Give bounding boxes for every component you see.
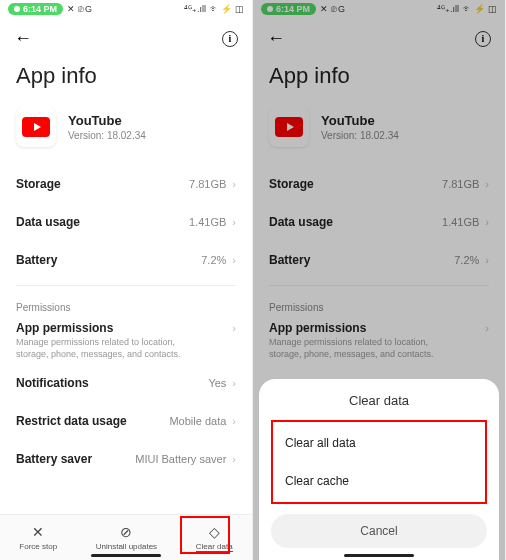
row-app-permissions[interactable]: App permissions › [0,317,252,337]
clear-data-button[interactable]: ◇Clear data [196,524,233,552]
storage-label: Storage [16,177,61,191]
chevron-right-icon: › [485,322,489,334]
page-title: App info [0,55,252,107]
row-restrict-data[interactable]: Restrict data usage Mobile data › [0,402,252,440]
signal-icon: ⁴ᴳ₊.ıll [437,4,459,14]
youtube-icon [269,107,309,147]
app-name: YouTube [68,113,146,128]
app-permissions-label: App permissions [269,321,366,335]
app-name: YouTube [321,113,399,128]
row-battery[interactable]: Battery 7.2% › [253,241,505,279]
app-permissions-desc: Manage permissions related to location, … [253,337,453,364]
app-permissions-desc: Manage permissions related to location, … [0,337,200,364]
clear-all-data-option[interactable]: Clear all data [277,424,481,462]
saver-label: Battery saver [16,452,92,466]
sheet-title: Clear data [271,393,487,408]
permissions-section-label: Permissions [253,292,505,317]
row-data-usage[interactable]: Data usage 1.41GB › [0,203,252,241]
data-usage-value: 1.41GB [189,216,226,228]
battery-value: 7.2% [201,254,226,266]
chevron-right-icon: › [485,216,489,228]
clear-data-sheet: Clear data Clear all data Clear cache Ca… [259,379,499,560]
battery-label: Battery [269,253,310,267]
storage-label: Storage [269,177,314,191]
eraser-icon: ◇ [209,524,220,540]
row-storage[interactable]: Storage 7.81GB › [0,165,252,203]
chevron-right-icon: › [232,415,236,427]
back-icon[interactable]: ← [14,28,32,49]
app-permissions-label: App permissions [16,321,113,335]
chevron-right-icon: › [232,377,236,389]
chevron-right-icon: › [232,178,236,190]
app-header: YouTube Version: 18.02.34 [0,107,252,165]
app-version: Version: 18.02.34 [68,130,146,141]
status-bar: 6:14 PM ✕ ⎚ G ⁴ᴳ₊.ıll ᯤ ⚡ ◫ [0,0,252,18]
chevron-right-icon: › [232,322,236,334]
info-icon[interactable]: i [222,31,238,47]
nav-pill[interactable] [344,554,414,557]
screen-clear-data-sheet: 6:14 PM ✕ ⎚ G ⁴ᴳ₊.ıll ᯤ ⚡ ◫ ← i App info… [253,0,506,560]
page-title: App info [253,55,505,107]
youtube-icon [16,107,56,147]
battery-label: Battery [16,253,57,267]
permissions-section-label: Permissions [0,292,252,317]
close-icon: ✕ [32,524,44,540]
data-usage-value: 1.41GB [442,216,479,228]
highlight-annotation: Clear all data Clear cache [271,420,487,504]
recording-pill[interactable]: 6:14 PM [261,3,316,15]
clear-cache-option[interactable]: Clear cache [277,462,481,500]
restrict-label: Restrict data usage [16,414,127,428]
storage-value: 7.81GB [442,178,479,190]
row-storage[interactable]: Storage 7.81GB › [253,165,505,203]
chevron-right-icon: › [232,453,236,465]
chevron-right-icon: › [485,178,489,190]
status-icons-right: ᯤ ⚡ ◫ [463,4,497,14]
status-icons-left: ✕ ⎚ G [67,4,92,14]
info-icon[interactable]: i [475,31,491,47]
battery-value: 7.2% [454,254,479,266]
back-icon[interactable]: ← [267,28,285,49]
row-battery-saver[interactable]: Battery saver MIUI Battery saver › [0,440,252,478]
notifications-value: Yes [208,377,226,389]
restrict-value: Mobile data [169,415,226,427]
screen-app-info: 6:14 PM ✕ ⎚ G ⁴ᴳ₊.ıll ᯤ ⚡ ◫ ← i App info… [0,0,253,560]
row-notifications[interactable]: Notifications Yes › [0,364,252,402]
status-icons-right: ᯤ ⚡ ◫ [210,4,244,14]
cancel-button[interactable]: Cancel [271,514,487,548]
nav-pill[interactable] [91,554,161,557]
data-usage-label: Data usage [269,215,333,229]
storage-value: 7.81GB [189,178,226,190]
status-icons-left: ✕ ⎚ G [320,4,345,14]
signal-icon: ⁴ᴳ₊.ıll [184,4,206,14]
recording-pill[interactable]: 6:14 PM [8,3,63,15]
row-battery[interactable]: Battery 7.2% › [0,241,252,279]
saver-value: MIUI Battery saver [135,453,226,465]
app-version: Version: 18.02.34 [321,130,399,141]
prohibit-icon: ⊘ [120,524,132,540]
chevron-right-icon: › [232,216,236,228]
app-header: YouTube Version: 18.02.34 [253,107,505,165]
chevron-right-icon: › [232,254,236,266]
notifications-label: Notifications [16,376,89,390]
uninstall-updates-button[interactable]: ⊘Uninstall updates [96,524,157,551]
force-stop-button[interactable]: ✕Force stop [19,524,57,551]
row-app-permissions[interactable]: App permissions › [253,317,505,337]
row-data-usage[interactable]: Data usage 1.41GB › [253,203,505,241]
status-bar: 6:14 PM ✕ ⎚ G ⁴ᴳ₊.ıll ᯤ ⚡ ◫ [253,0,505,18]
data-usage-label: Data usage [16,215,80,229]
chevron-right-icon: › [485,254,489,266]
